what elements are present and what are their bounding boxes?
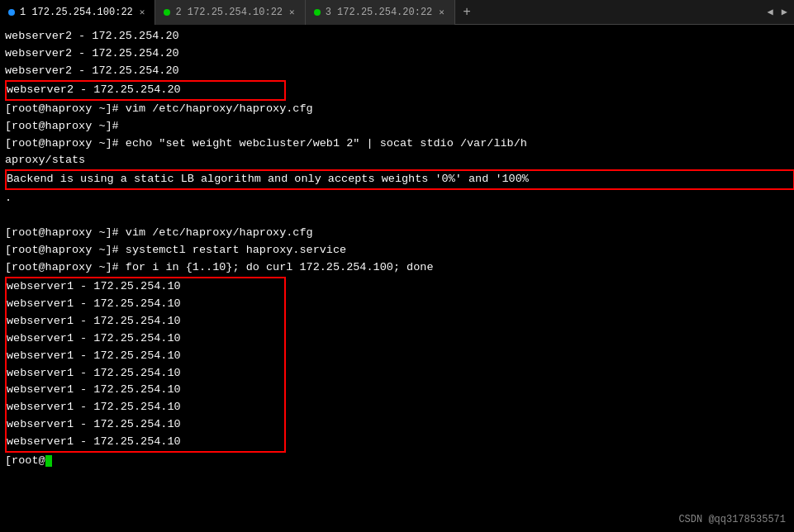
ws1-line-6: webserver1 - 172.25.254.10 [7, 365, 284, 382]
terminal-line: [root@haproxy ~]# systemctl restart hapr… [5, 242, 789, 259]
ws1-line-1: webserver1 - 172.25.254.10 [7, 278, 284, 296]
tab-2-close[interactable]: ✕ [288, 7, 297, 17]
tab-3-close[interactable]: ✕ [437, 7, 446, 17]
tab-2-label: 2 172.25.254.10:22 [175, 7, 283, 18]
error-line-box: Backend is using a static LB algorithm a… [5, 169, 794, 190]
terminal-line: webserver2 - 172.25.254.20 [5, 63, 789, 80]
terminal-line: webserver2 - 172.25.254.20 [5, 45, 789, 63]
tab-1[interactable]: 1 172.25.254.100:22 ✕ [0, 0, 155, 25]
ws1-line-2: webserver1 - 172.25.254.10 [7, 296, 284, 313]
ws1-line-7: webserver1 - 172.25.254.10 [7, 382, 284, 399]
tab-nav: ◀ ▶ [764, 4, 794, 20]
tab-3-dot [314, 9, 321, 16]
terminal-empty-line [5, 207, 789, 225]
tab-1-label: 1 172.25.254.100:22 [20, 7, 133, 18]
terminal-line: aproxy/stats [5, 152, 789, 169]
watermark: CSDN @qq3178535571 [678, 514, 786, 525]
ws1-line-9: webserver1 - 172.25.254.10 [7, 416, 284, 434]
ws1-line-5: webserver1 - 172.25.254.10 [7, 348, 284, 365]
tab-1-dot [8, 9, 15, 16]
box-webserver2: webserver2 - 172.25.254.20 [5, 80, 286, 101]
terminal: webserver2 - 172.25.254.20 webserver2 - … [0, 25, 794, 532]
terminal-line: [root@haproxy ~]# for i in {1..10}; do c… [5, 259, 789, 277]
new-tab-button[interactable]: + [455, 0, 478, 25]
ws1-line-8: webserver1 - 172.25.254.10 [7, 399, 284, 416]
box-webserver1: webserver1 - 172.25.254.10 webserver1 - … [5, 277, 286, 453]
tab-bar: 1 172.25.254.100:22 ✕ 2 172.25.254.10:22… [0, 0, 794, 25]
tab-1-close[interactable]: ✕ [138, 7, 147, 17]
terminal-line: [root@haproxy ~]# vim /etc/haproxy/hapro… [5, 225, 789, 242]
terminal-line: [root@haproxy ~]# echo "set weight webcl… [5, 135, 789, 153]
tab-nav-left[interactable]: ◀ [764, 4, 777, 20]
terminal-line: webserver2 - 172.25.254.20 [7, 82, 284, 99]
tab-nav-right[interactable]: ▶ [778, 4, 791, 20]
tab-3-label: 3 172.25.254.20:22 [326, 7, 433, 18]
tab-2[interactable]: 2 172.25.254.10:22 ✕ [155, 0, 305, 25]
tab-2-dot [164, 9, 170, 16]
ws1-line-10: webserver1 - 172.25.254.10 [7, 434, 284, 451]
terminal-line: [root@haproxy ~]# [5, 118, 789, 135]
ws1-line-3: webserver1 - 172.25.254.10 [7, 313, 284, 330]
terminal-last-line: [root@ [5, 453, 789, 470]
tab-3[interactable]: 3 172.25.254.20:22 ✕ [306, 0, 455, 25]
terminal-line: [root@haproxy ~]# vim /etc/haproxy/hapro… [5, 101, 789, 118]
ws1-line-4: webserver1 - 172.25.254.10 [7, 330, 284, 348]
terminal-line: . [5, 190, 789, 207]
terminal-line: webserver2 - 172.25.254.20 [5, 28, 789, 45]
terminal-error-line: Backend is using a static LB algorithm a… [7, 171, 793, 188]
